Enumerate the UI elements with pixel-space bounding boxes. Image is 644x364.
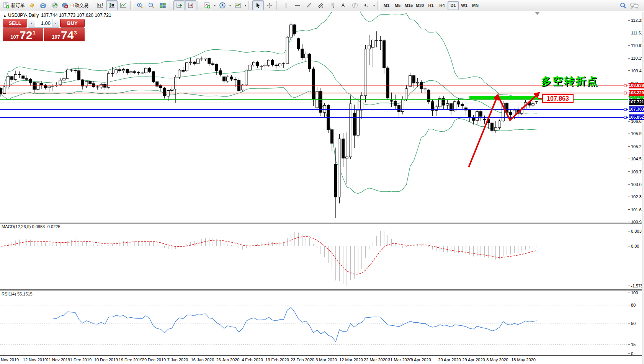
price-pane [0,11,538,218]
crosshair-icon [266,2,273,8]
volume-input[interactable] [35,19,52,27]
zoom-out-icon [148,2,155,9]
auto-scroll-button[interactable] [173,0,185,10]
fibonacci-button[interactable]: F [326,0,338,10]
text-icon: A [340,2,347,8]
chart-title: ▲USDJPY-,Daily107.744 107.773 107.620 10… [3,13,111,18]
chat-icon[interactable] [630,2,639,9]
svg-text:0.00: 0.00 [631,244,639,248]
trendline-icon [306,2,312,8]
periods-button[interactable] [217,0,228,10]
timeframe-group: M1 M5 M15 M30 H1 H4 D1 W1 MN [381,0,481,11]
volume-stepper [28,19,59,28]
sell-button[interactable]: SELL [3,19,27,28]
vertical-line-icon [283,2,289,8]
new-order-icon [3,2,10,9]
timeframe-h1[interactable]: H1 [425,1,436,10]
toolbar-separator [377,1,380,10]
profile-button[interactable] [38,0,49,10]
line-chart-icon [120,2,127,9]
macd-name: MACD(12,26,9) [2,224,31,229]
timeframe-m5[interactable]: M5 [392,1,403,10]
volume-decrease-button[interactable] [28,19,35,27]
timeframe-mn[interactable]: MN [470,1,481,10]
svg-text:22 Mar 2020: 22 Mar 2020 [364,357,387,362]
cursor-button[interactable] [252,0,264,10]
bar-chart-button[interactable] [95,0,106,10]
horizontal-line-icon [294,2,301,8]
timeframe-w1[interactable]: W1 [459,1,470,10]
timeframe-h4[interactable]: H4 [436,1,448,10]
tile-windows-button[interactable] [157,0,168,10]
buy-price-pip: 3 [74,30,77,36]
vertical-line-button[interactable] [280,0,292,10]
indicators-button[interactable] [201,0,213,10]
buy-price-prefix: 107 [52,34,60,40]
price-axis-labels: 112.330111.610110.910110.190109.490108.7… [628,18,644,224]
toolbar-separator [248,1,251,10]
autotrading-button[interactable]: 自动交易 [60,0,90,10]
templates-dropdown-caret[interactable] [244,1,247,10]
sell-price-big: 72 [20,29,32,41]
chart-area[interactable]: 112.330111.610110.910110.190109.490108.7… [0,11,644,364]
line-end-handle [624,92,626,94]
buy-price-tile[interactable]: 107743 [44,28,85,41]
chart-canvas[interactable]: 112.330111.610110.910110.190109.490108.7… [0,11,644,364]
one-click-trading-panel: SELL BUY 107721 107743 [3,19,85,41]
text-button[interactable]: A [338,0,349,10]
search-icon[interactable] [619,2,626,9]
blue-user-icon [40,2,47,9]
zoom-in-button[interactable] [134,0,145,10]
svg-text:15: 15 [631,342,636,347]
signals-button[interactable] [49,0,60,10]
channel-button[interactable]: E [315,0,326,10]
arrows-button[interactable] [361,0,372,10]
arrows-dropdown-caret[interactable] [372,1,376,10]
toolbar-separator [198,1,200,10]
new-order-label: 新订单 [11,2,25,9]
timeframe-m15[interactable]: M15 [403,1,414,10]
rsi-value: 55.1515 [17,292,33,296]
svg-text:F: F [333,6,334,8]
styler-button[interactable] [26,0,38,10]
rsi-line [53,307,537,341]
zoom-in-icon [136,2,143,9]
price-callout-label[interactable]: 107.863 [542,94,574,103]
svg-text:3 Nov 2019: 3 Nov 2019 [0,357,19,362]
zoom-out-button[interactable] [145,0,157,10]
highlight-rectangle [469,96,538,99]
chart-type-group [95,0,129,11]
volume-increase-button[interactable] [52,19,59,27]
sell-price-tile[interactable]: 107721 [3,28,43,41]
price-badge-108.638: 108.638 [629,83,644,88]
arrows-icon [363,2,369,8]
timeframe-m1[interactable]: M1 [381,1,392,10]
price-badge-108.229: 108.229 [629,90,644,96]
candlestick-chart-icon [108,2,115,9]
text-label-button[interactable]: T [349,0,361,10]
line-chart-button[interactable] [118,0,129,10]
svg-text:50: 50 [631,321,636,326]
periods-dropdown-caret[interactable] [228,1,232,10]
crosshair-button[interactable] [264,0,275,10]
buy-button[interactable]: BUY [60,19,85,28]
svg-text:10 Dec 2019: 10 Dec 2019 [94,357,118,362]
templates-button[interactable] [232,0,244,10]
timeframe-d1[interactable]: D1 [448,1,459,10]
toolbar-separator [276,1,279,10]
macd-pane [1,231,537,286]
toolbar-standard-group: 新订单 自动交易 [2,0,90,11]
candlestick-chart-button[interactable] [106,0,118,10]
timeframe-m30[interactable]: M30 [414,1,425,10]
trendline-button[interactable] [303,0,315,10]
new-order-button[interactable]: 新订单 [2,0,26,10]
indicators-dropdown-caret[interactable] [213,1,217,10]
price-badge-107.721: 107.721 [629,99,644,105]
clock-icon [219,2,226,9]
right-scrollbar[interactable] [642,11,644,364]
horizontal-line-button[interactable] [292,0,303,10]
line-end-handle [624,116,626,119]
indicators-icon [204,2,211,9]
turning-point-annotation[interactable]: 多空转折点 [541,74,598,88]
chart-shift-button[interactable] [185,0,196,10]
